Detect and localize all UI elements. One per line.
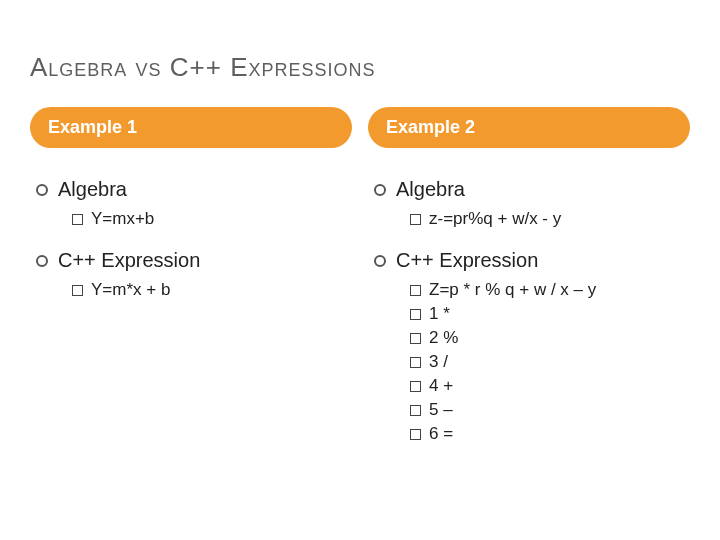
left-cpp-heading: C++ Expression [58, 249, 200, 272]
column-right: Example 2 Algebra z-=pr%q + w/x - y C++ … [368, 107, 690, 464]
right-cpp-item-4: 4 + [410, 376, 690, 396]
column-left: Example 1 Algebra Y=mx+b C++ Expression … [30, 107, 352, 464]
left-cpp-heading-row: C++ Expression [30, 249, 352, 272]
square-icon [410, 381, 421, 392]
list-item-text: 6 = [429, 424, 453, 444]
right-algebra-section: Algebra z-=pr%q + w/x - y [368, 178, 690, 229]
square-icon [410, 309, 421, 320]
square-icon [72, 214, 83, 225]
list-item-text: 4 + [429, 376, 453, 396]
donut-icon [36, 184, 48, 196]
list-item-text: 1 * [429, 304, 450, 324]
list-item-text: Z=p * r % q + w / x – y [429, 280, 596, 300]
right-algebra-heading: Algebra [396, 178, 465, 201]
list-item-text: 5 – [429, 400, 453, 420]
right-cpp-item-3: 3 / [410, 352, 690, 372]
left-algebra-item-text: Y=mx+b [91, 209, 154, 229]
left-algebra-heading: Algebra [58, 178, 127, 201]
square-icon [410, 357, 421, 368]
right-cpp-item-2: 2 % [410, 328, 690, 348]
square-icon [410, 333, 421, 344]
right-cpp-item-5: 5 – [410, 400, 690, 420]
right-cpp-section: C++ Expression Z=p * r % q + w / x – y 1… [368, 249, 690, 444]
list-item-text: 2 % [429, 328, 458, 348]
columns-container: Example 1 Algebra Y=mx+b C++ Expression … [30, 107, 690, 464]
example-1-pill: Example 1 [30, 107, 352, 148]
right-cpp-item-6: 6 = [410, 424, 690, 444]
left-algebra-heading-row: Algebra [30, 178, 352, 201]
left-algebra-section: Algebra Y=mx+b [30, 178, 352, 229]
donut-icon [374, 184, 386, 196]
left-cpp-item: Y=m*x + b [72, 280, 352, 300]
example-2-pill: Example 2 [368, 107, 690, 148]
left-cpp-item-text: Y=m*x + b [91, 280, 170, 300]
square-icon [410, 214, 421, 225]
donut-icon [374, 255, 386, 267]
right-algebra-item: z-=pr%q + w/x - y [410, 209, 690, 229]
right-cpp-item-1: 1 * [410, 304, 690, 324]
donut-icon [36, 255, 48, 267]
right-algebra-heading-row: Algebra [368, 178, 690, 201]
slide-title: Algebra vs C++ Expressions [30, 52, 690, 83]
square-icon [410, 429, 421, 440]
square-icon [72, 285, 83, 296]
square-icon [410, 285, 421, 296]
square-icon [410, 405, 421, 416]
right-cpp-heading: C++ Expression [396, 249, 538, 272]
right-cpp-item-0: Z=p * r % q + w / x – y [410, 280, 690, 300]
list-item-text: 3 / [429, 352, 448, 372]
right-algebra-item-text: z-=pr%q + w/x - y [429, 209, 561, 229]
left-algebra-item: Y=mx+b [72, 209, 352, 229]
left-cpp-section: C++ Expression Y=m*x + b [30, 249, 352, 300]
right-cpp-heading-row: C++ Expression [368, 249, 690, 272]
